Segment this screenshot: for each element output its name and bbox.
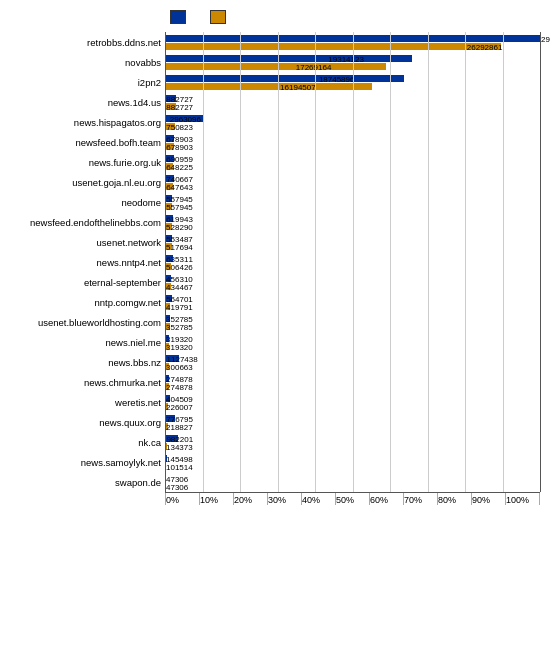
bar-label: nntp.comgw.net <box>10 292 165 312</box>
rejected-value: 506426 <box>165 263 193 272</box>
accepted-bar: 319320 <box>165 335 169 342</box>
bar-pair: 740667647643 <box>165 172 540 192</box>
bar-pair: 352785352785 <box>165 312 540 332</box>
legend-accepted-box <box>170 10 186 24</box>
accepted-bar: 274878 <box>165 375 169 382</box>
bar-pair: 557945557945 <box>165 192 540 212</box>
bar-pair: 678903678903 <box>165 132 540 152</box>
bar-pair: 4730647306 <box>165 472 540 492</box>
accepted-bar: 47306 <box>165 475 166 482</box>
accepted-bar: 776795 <box>165 415 175 422</box>
bar-pair: 619943528290 <box>165 212 540 232</box>
accepted-bar: 352785 <box>165 315 170 322</box>
bar-pair: 404509226007 <box>165 392 540 412</box>
rejected-bar: 16194507 <box>165 83 372 90</box>
x-tick: 90% <box>471 493 505 505</box>
bar-pair: 982201134373 <box>165 432 540 452</box>
bar-label: news.samoylyk.net <box>10 452 165 472</box>
bar-pair: 1874589616194507 <box>165 72 540 92</box>
rejected-bar: 647643 <box>165 183 173 190</box>
bar-pair: 690959648225 <box>165 152 540 172</box>
rejected-bar: 528290 <box>165 223 172 230</box>
rejected-value: 226007 <box>165 403 193 412</box>
x-tick: 100% <box>505 493 540 505</box>
rejected-value: 218827 <box>165 423 193 432</box>
accepted-bar: 19314123 <box>165 55 412 62</box>
rejected-bar: 506426 <box>165 263 171 270</box>
bar-label: news.furie.org.uk <box>10 152 165 172</box>
bar-pair: 776795218827 <box>165 412 540 432</box>
bar-label: news.quux.org <box>10 412 165 432</box>
x-tick: 20% <box>233 493 267 505</box>
bar-label: novabbs <box>10 52 165 72</box>
rejected-value: 47306 <box>165 483 188 492</box>
rejected-bar: 300663 <box>165 363 169 370</box>
bar-label: news.chmurka.net <box>10 372 165 392</box>
x-tick: 80% <box>437 493 471 505</box>
rejected-value: 517694 <box>165 243 193 252</box>
x-tick: 40% <box>301 493 335 505</box>
rejected-value: 26292861 <box>466 43 503 52</box>
rejected-bar: 517694 <box>165 243 172 250</box>
rejected-value: 648225 <box>165 163 193 172</box>
bars-column: 2935923426292861193141231726916418745896… <box>165 32 540 492</box>
rejected-bar: 557945 <box>165 203 172 210</box>
rejected-value: 678903 <box>165 143 193 152</box>
accepted-bar: 2963096 <box>165 115 203 122</box>
bar-label: nk.ca <box>10 432 165 452</box>
legend-rejected-box <box>210 10 226 24</box>
rejected-value: 750823 <box>165 123 193 132</box>
accepted-bar: 619943 <box>165 215 173 222</box>
accepted-bar: 404509 <box>165 395 170 402</box>
rejected-value: 134373 <box>165 443 193 452</box>
bar-pair: 319320319320 <box>165 332 540 352</box>
rejected-value: 434467 <box>165 283 193 292</box>
bar-label: weretis.net <box>10 392 165 412</box>
bar-label: usenet.network <box>10 232 165 252</box>
accepted-bar: 557945 <box>165 195 172 202</box>
bar-label: neodome <box>10 192 165 212</box>
rejected-value: 16194507 <box>279 83 316 92</box>
bar-label: news.nntp4.net <box>10 252 165 272</box>
bar-pair: 1931412317269164 <box>165 52 540 72</box>
grid-line <box>540 32 541 492</box>
rejected-value: 300663 <box>165 363 193 372</box>
accepted-bar: 882727 <box>165 95 176 102</box>
bar-pair: 1127438300663 <box>165 352 540 372</box>
bar-label: usenet.goja.nl.eu.org <box>10 172 165 192</box>
rejected-value: 882727 <box>165 103 193 112</box>
rejected-value: 17269164 <box>295 63 332 72</box>
rejected-value: 319320 <box>165 343 193 352</box>
rejected-bar: 882727 <box>165 103 176 110</box>
bar-label: eternal-september <box>10 272 165 292</box>
rejected-bar: 319320 <box>165 343 169 350</box>
x-tick: 50% <box>335 493 369 505</box>
legend <box>10 10 540 24</box>
accepted-bar: 18745896 <box>165 75 404 82</box>
accepted-value: 29359234 <box>540 35 550 44</box>
rejected-value: 557945 <box>165 203 193 212</box>
accepted-bar: 740667 <box>165 175 174 182</box>
bar-label: swapon.de <box>10 472 165 492</box>
legend-accepted <box>170 10 190 24</box>
x-tick: 60% <box>369 493 403 505</box>
bar-label: newsfeed.bofh.team <box>10 132 165 152</box>
accepted-bar: 145498 <box>165 455 167 462</box>
bar-label: news.bbs.nz <box>10 352 165 372</box>
bar-pair: 882727882727 <box>165 92 540 112</box>
rejected-bar: 101514 <box>165 463 166 470</box>
chart-body: retrobbs.ddns.netnovabbsi2pn2news.1d4.us… <box>10 32 540 492</box>
rejected-value: 101514 <box>165 463 193 472</box>
rejected-bar: 134373 <box>165 443 167 450</box>
rejected-bar: 419791 <box>165 303 170 310</box>
legend-rejected <box>210 10 230 24</box>
x-axis: 0%10%20%30%40%50%60%70%80%90%100% <box>165 492 540 505</box>
x-tick: 30% <box>267 493 301 505</box>
rejected-bar: 434467 <box>165 283 171 290</box>
rejected-value: 647643 <box>165 183 193 192</box>
bar-pair: 2963096750823 <box>165 112 540 132</box>
accepted-bar: 456310 <box>165 275 171 282</box>
accepted-bar: 678903 <box>165 135 174 142</box>
bar-label: news.niel.me <box>10 332 165 352</box>
bar-pair: 2935923426292861 <box>165 32 540 52</box>
